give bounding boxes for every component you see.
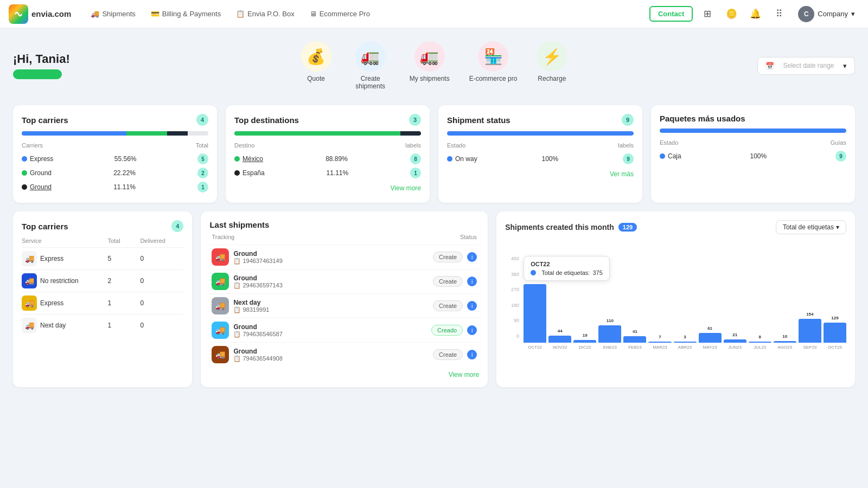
chart-x-label-6: ABR23 xyxy=(674,345,697,350)
shipment-row-1: 🚚 Ground 📋 194637463149 Create i xyxy=(209,245,479,269)
action-quote[interactable]: 💰 Quote xyxy=(292,37,340,94)
nav-pobox[interactable]: 📋 Envia P.O. Box xyxy=(229,7,301,21)
action-ecommerce[interactable]: 🏪 E-commerce pro xyxy=(461,37,526,94)
chart-bar-7[interactable]: 61 xyxy=(699,333,722,343)
nav-shipments[interactable]: 🚚 Shipments xyxy=(84,7,142,21)
action-recharge[interactable]: ⚡ Recharge xyxy=(528,37,576,94)
status-view-more[interactable]: Ver más xyxy=(447,170,634,178)
dest-pct-1: 88.89% xyxy=(326,155,348,163)
shipment-info-5: Ground 📋 794636544908 xyxy=(233,348,429,362)
chart-bar-5[interactable]: 7 xyxy=(648,342,671,343)
shipment-status-btn-3[interactable]: Create xyxy=(433,300,463,311)
last-shipments-card: Last shipments Tracking Status 🚚 Ground … xyxy=(201,211,488,387)
chart-bar-value-2: 19 xyxy=(583,333,588,338)
carrier-name-1: Express xyxy=(30,155,53,163)
shipment-status-btn-2[interactable]: Create xyxy=(433,276,463,287)
greeting-text: ¡Hi, Tania! xyxy=(13,52,132,66)
create-shipments-icon: 🚛 xyxy=(355,41,386,72)
info-icon-3[interactable]: i xyxy=(467,301,477,311)
billing-icon[interactable]: 🪙 xyxy=(722,5,741,23)
service-name-3: Express xyxy=(40,299,63,307)
chart-bar-3[interactable]: 110 xyxy=(598,325,621,343)
service-total-4: 1 xyxy=(107,322,140,329)
logo[interactable]: envia.com xyxy=(9,4,71,24)
info-icon-5[interactable]: i xyxy=(467,350,477,359)
chart-bar-2[interactable]: 19 xyxy=(573,340,596,343)
chart-bar-11[interactable]: 154 xyxy=(799,319,821,343)
ecommerce-icon: 🖥 xyxy=(310,10,317,18)
company-button[interactable]: C Company ▾ xyxy=(794,4,859,24)
service-total-3: 1 xyxy=(107,299,140,307)
chart-bar-value-11: 154 xyxy=(806,312,813,317)
chart-bar-6[interactable]: 3 xyxy=(674,342,697,343)
navbar: envia.com 🚚 Shipments 💳 Billing & Paymen… xyxy=(0,0,868,28)
chart-bar-value-12: 129 xyxy=(831,316,838,320)
contact-button[interactable]: Contact xyxy=(649,6,693,22)
svc-col2: Total xyxy=(107,237,140,244)
calculator-icon[interactable]: ⊞ xyxy=(698,5,717,23)
shipment-status-btn-1[interactable]: Create xyxy=(433,252,463,262)
paquete-row-1: Caja 100% 9 xyxy=(660,149,846,163)
paquetes-col1: Estado xyxy=(660,139,678,146)
service-name-4: Next day xyxy=(40,322,66,329)
top-carriers-service-card: Top carriers 4 Service Total Delivered 🚚… xyxy=(13,211,192,387)
chart-x-label-10: AGO23 xyxy=(774,345,796,350)
chart-x-label-5: MAR23 xyxy=(648,345,671,350)
top-destinations-card: Top destinations 3 Destino labels México… xyxy=(226,105,430,203)
shipment-carrier-2: Ground xyxy=(233,274,429,282)
nav-ecommerce[interactable]: 🖥 Ecommerce Pro xyxy=(303,7,376,21)
shipment-icon-3: 🚚 xyxy=(212,297,229,314)
chart-bar-0[interactable]: 375 xyxy=(524,284,546,343)
chart-bar-wrap-7: 61 xyxy=(699,333,722,343)
destinations-view-more[interactable]: View more xyxy=(234,184,421,192)
chart-x-label-1: NOV22 xyxy=(548,345,571,350)
chart-bar-1[interactable]: 44 xyxy=(548,336,571,343)
svc-col3: Delivered xyxy=(140,237,183,244)
notification-icon[interactable]: 🔔 xyxy=(746,5,764,23)
progress-ground-dark xyxy=(167,131,188,136)
dest-row-2: España 11.11% 1 xyxy=(234,166,421,180)
carrier-row-3: Ground 11.11% 1 xyxy=(22,180,208,194)
dest-name-2: España xyxy=(242,169,265,177)
service-total-2: 2 xyxy=(107,277,140,285)
company-label: Company xyxy=(818,10,848,18)
carrier-pct-1: 55.56% xyxy=(114,155,137,163)
shipment-status-card: Shipment status 9 Estado labels On way 1… xyxy=(438,105,642,203)
chart-bar-10[interactable]: 10 xyxy=(774,341,796,343)
chart-dropdown[interactable]: Total de etiquetas ▾ xyxy=(776,220,846,234)
carrier-count-1: 5 xyxy=(197,153,208,164)
paquete-count-1: 9 xyxy=(835,151,846,162)
status-count-1: 9 xyxy=(623,153,634,164)
shipment-status-btn-5[interactable]: Create xyxy=(433,349,463,360)
chevron-down-icon: ▾ xyxy=(843,62,847,70)
shipment-tracking-5: 📋 794636544908 xyxy=(233,355,429,362)
service-delivered-1: 0 xyxy=(140,255,183,262)
apps-icon[interactable]: ⠿ xyxy=(770,5,788,23)
chart-bar-4[interactable]: 41 xyxy=(623,336,646,343)
chart-x-label-2: DIC22 xyxy=(573,345,596,350)
pobox-icon: 📋 xyxy=(236,10,245,18)
chart-bar-wrap-8: 21 xyxy=(724,339,746,343)
nav-billing[interactable]: 💳 Billing & Payments xyxy=(144,7,227,21)
chart-y-axis: 450360270180900 xyxy=(505,256,521,339)
service-delivered-4: 0 xyxy=(140,322,183,329)
chart-x-label-8: JUN23 xyxy=(724,345,746,350)
chart-bar-12[interactable]: 129 xyxy=(824,323,846,343)
info-icon-1[interactable]: i xyxy=(467,252,477,262)
chart-bar-8[interactable]: 21 xyxy=(724,339,746,343)
dest-name-1[interactable]: México xyxy=(242,155,263,163)
carrier-count-3: 1 xyxy=(197,182,208,192)
shipment-col2: Status xyxy=(460,234,477,240)
shipments-view-more[interactable]: View more xyxy=(209,371,479,378)
date-picker-button[interactable]: 📅 Select date range ▾ xyxy=(757,57,855,75)
carriers-col2: Total xyxy=(196,142,208,149)
info-icon-4[interactable]: i xyxy=(467,325,477,335)
info-icon-2[interactable]: i xyxy=(467,277,477,286)
tooltip-label: Total de etiquetas: xyxy=(541,269,590,276)
action-create-shipments[interactable]: 🚛 Create shipments xyxy=(342,37,399,94)
chart-bar-9[interactable]: 8 xyxy=(749,342,771,343)
top-destinations-progress xyxy=(234,131,421,136)
dest-count-2: 1 xyxy=(410,168,421,178)
carrier-name-3[interactable]: Ground xyxy=(30,183,52,191)
action-my-shipments[interactable]: 🚛 My shipments xyxy=(401,37,458,94)
